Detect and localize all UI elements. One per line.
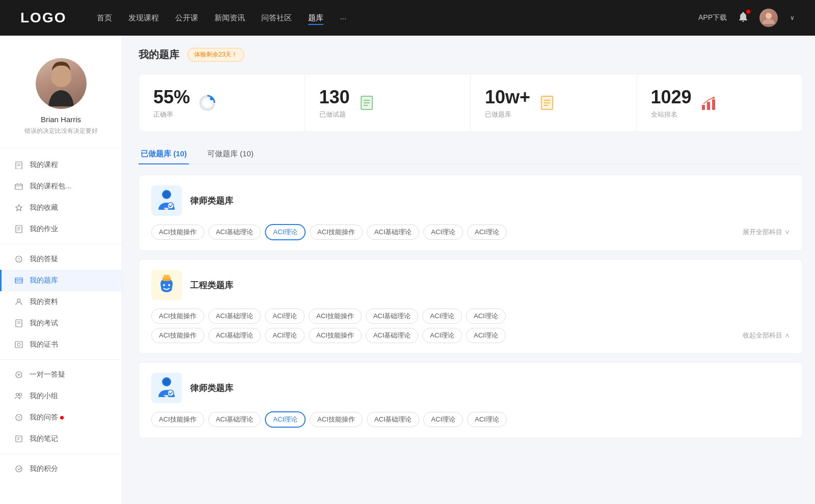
sidebar-item-profile[interactable]: 我的资料 xyxy=(0,291,122,313)
tag-3-2[interactable]: ACI理论 xyxy=(265,411,306,428)
svg-point-56 xyxy=(168,203,174,209)
tag-3-0[interactable]: ACI技能操作 xyxy=(151,412,204,427)
sidebar-item-label: 我的题库 xyxy=(30,276,58,285)
tag-1-0[interactable]: ACI技能操作 xyxy=(151,225,204,240)
stats-row: 55% 正确率 130 已做试题 xyxy=(139,74,803,132)
sidebar-item-cert[interactable]: 我的证书 xyxy=(0,334,122,355)
app-download-btn[interactable]: APP下载 xyxy=(698,13,727,22)
stat-done-questions: 130 已做试题 xyxy=(305,74,471,131)
qbank-title-3: 律师类题库 xyxy=(190,382,233,394)
tag-1-3[interactable]: ACI技能操作 xyxy=(310,225,363,240)
user-avatar[interactable] xyxy=(759,9,778,27)
nav-qa[interactable]: 问答社区 xyxy=(261,11,292,25)
qa-notification-dot xyxy=(60,416,64,419)
tag-2-1[interactable]: ACI基础理论 xyxy=(208,309,261,324)
sidebar-item-qbank[interactable]: 我的题库 xyxy=(0,270,122,291)
accuracy-pie-icon xyxy=(198,94,216,112)
tag-2-r2-0[interactable]: ACI技能操作 xyxy=(151,328,204,343)
stat-done-questions-value-group: 130 已做试题 xyxy=(319,87,350,119)
sidebar-item-courses[interactable]: 我的课程 xyxy=(0,154,122,176)
menu-divider-3 xyxy=(0,454,122,454)
sidebar-item-label: 我的小组 xyxy=(30,391,58,401)
tag-2-r2-4[interactable]: ACI基础理论 xyxy=(366,328,419,343)
exam-icon xyxy=(14,319,23,328)
svg-rect-50 xyxy=(702,105,705,110)
nav-news[interactable]: 新闻资讯 xyxy=(214,11,245,25)
tag-1-6[interactable]: ACI理论 xyxy=(467,225,507,240)
tag-2-0[interactable]: ACI技能操作 xyxy=(151,309,204,324)
page-title: 我的题库 xyxy=(139,48,179,62)
tag-2-r2-1[interactable]: ACI基础理论 xyxy=(208,328,261,343)
qbank-card-2-header: 工程类题库 xyxy=(151,270,790,300)
qbank-icon-lawyer-1 xyxy=(151,185,182,216)
nav-discover[interactable]: 发现课程 xyxy=(128,11,159,25)
nav-more[interactable]: ··· xyxy=(340,12,346,24)
tag-2-2[interactable]: ACI理论 xyxy=(265,309,305,324)
sidebar-item-homework[interactable]: 我的作业 xyxy=(0,218,122,240)
main-content: 我的题库 体验剩余23天！ 55% 正确率 xyxy=(122,36,815,504)
sidebar-item-favorites[interactable]: 我的收藏 xyxy=(0,197,122,218)
sidebar-item-label: 我的答疑 xyxy=(30,255,58,264)
tag-2-r2-2[interactable]: ACI理论 xyxy=(265,328,305,343)
tag-2-3[interactable]: ACI技能操作 xyxy=(309,309,362,324)
sidebar-item-packages[interactable]: 我的课程包... xyxy=(0,176,122,197)
qbank-tags-3: ACI技能操作 ACI基础理论 ACI理论 ACI技能操作 ACI基础理论 AC… xyxy=(151,411,790,428)
svg-rect-52 xyxy=(712,99,715,110)
expand-btn-1[interactable]: 展开全部科目 ∨ xyxy=(743,228,790,237)
tag-1-1[interactable]: ACI基础理论 xyxy=(208,225,261,240)
user-menu-arrow[interactable]: ∨ xyxy=(790,14,795,21)
favorites-icon xyxy=(14,203,23,212)
sidebar-menu: 我的课程 我的课程包... 我的收藏 我的作业 xyxy=(0,148,122,486)
svg-point-20 xyxy=(17,299,20,302)
sidebar-item-exam[interactable]: 我的考试 xyxy=(0,313,122,334)
tag-3-1[interactable]: ACI基础理论 xyxy=(208,412,261,427)
profile-avatar[interactable] xyxy=(36,58,87,109)
nav-home[interactable]: 首页 xyxy=(97,11,112,25)
tag-2-r2-5[interactable]: ACI理论 xyxy=(422,328,462,343)
tag-3-6[interactable]: ACI理论 xyxy=(467,412,507,427)
sidebar-item-qa[interactable]: ? 我的答疑 xyxy=(0,248,122,270)
qbank-tags-2-row1: ACI技能操作 ACI基础理论 ACI理论 ACI技能操作 ACI基础理论 AC… xyxy=(151,309,790,324)
tab-available-banks[interactable]: 可做题库 (10) xyxy=(205,144,256,164)
sidebar-item-my-qa[interactable]: ? 我的问答 xyxy=(0,407,122,428)
svg-point-59 xyxy=(163,284,165,286)
notification-dot xyxy=(746,10,750,14)
sidebar-item-notes[interactable]: 我的笔记 xyxy=(0,428,122,450)
svg-point-29 xyxy=(16,394,19,396)
tag-1-4[interactable]: ACI基础理论 xyxy=(367,225,420,240)
sidebar-item-points[interactable]: 我的积分 xyxy=(0,458,122,480)
tag-2-6[interactable]: ACI理论 xyxy=(466,309,506,324)
qbank-card-2: 工程类题库 ACI技能操作 ACI基础理论 ACI理论 ACI技能操作 ACI基… xyxy=(139,259,803,354)
nav-qbank[interactable]: 题库 xyxy=(308,11,323,25)
trial-badge: 体验剩余23天！ xyxy=(187,48,244,62)
tag-2-4[interactable]: ACI基础理论 xyxy=(366,309,419,324)
profile-section: Brian Harris 错误的决定比没有决定要好 xyxy=(0,48,122,148)
qbank-card-3: 律师类题库 ACI技能操作 ACI基础理论 ACI理论 ACI技能操作 ACI基… xyxy=(139,362,803,438)
stat-accuracy-value-group: 55% 正确率 xyxy=(153,87,190,119)
expand-btn-2[interactable]: 收起全部科目 ∧ xyxy=(743,331,790,340)
logo[interactable]: LOGO xyxy=(20,10,66,26)
header-right: APP下载 ∨ xyxy=(698,9,795,27)
tab-done-banks[interactable]: 已做题库 (10) xyxy=(139,144,189,164)
tutoring-icon xyxy=(14,370,23,379)
svg-point-39 xyxy=(210,97,213,100)
tag-3-3[interactable]: ACI技能操作 xyxy=(310,412,363,427)
ranking-icon xyxy=(700,94,718,112)
homework-icon xyxy=(14,225,23,234)
tag-2-r2-6[interactable]: ACI理论 xyxy=(466,328,506,343)
menu-divider-1 xyxy=(0,244,122,244)
stat-ranking-value-group: 1029 全站排名 xyxy=(651,87,692,119)
sidebar-item-tutoring[interactable]: 一对一答疑 xyxy=(0,364,122,385)
nav-open-course[interactable]: 公开课 xyxy=(175,11,198,25)
tag-3-5[interactable]: ACI理论 xyxy=(423,412,463,427)
sidebar-item-label: 我的考试 xyxy=(30,319,58,328)
tag-1-5[interactable]: ACI理论 xyxy=(423,225,463,240)
sidebar-item-label: 我的收藏 xyxy=(30,203,58,212)
tag-2-5[interactable]: ACI理论 xyxy=(422,309,462,324)
sidebar-item-group[interactable]: 我的小组 xyxy=(0,385,122,407)
tag-1-2[interactable]: ACI理论 xyxy=(265,224,306,240)
notification-bell[interactable] xyxy=(737,11,749,25)
tag-2-r2-3[interactable]: ACI技能操作 xyxy=(309,328,362,343)
svg-text:?: ? xyxy=(17,415,20,421)
tag-3-4[interactable]: ACI基础理论 xyxy=(367,412,420,427)
